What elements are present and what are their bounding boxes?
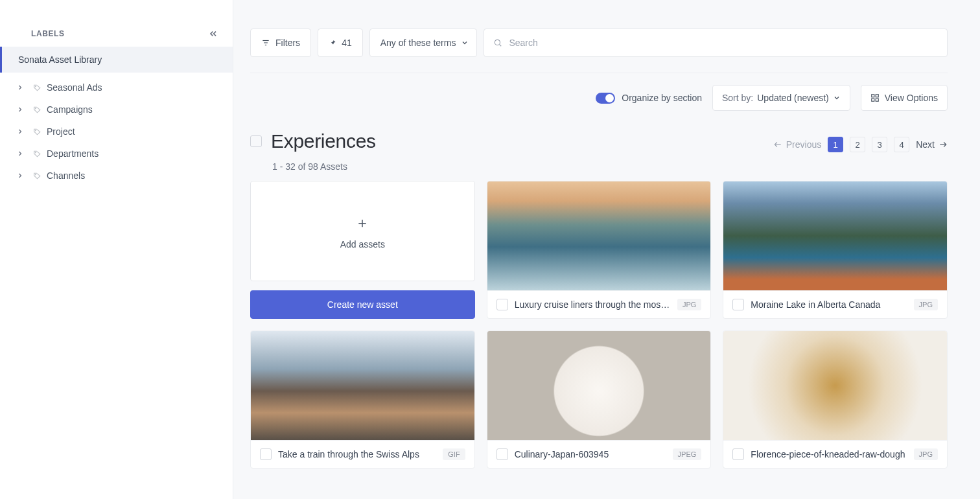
asset-card[interactable]: Take a train through the Swiss Alps GIF [250, 331, 475, 469]
page-number[interactable]: 2 [850, 137, 865, 152]
label-tree: Seasonal Ads Campaigns Project Departmen… [0, 73, 233, 191]
asset-thumbnail [487, 181, 711, 290]
pin-icon [329, 39, 336, 47]
tree-item-label: Channels [47, 170, 85, 181]
organize-label: Organize by section [622, 93, 702, 103]
organize-by-section-toggle[interactable] [596, 93, 615, 104]
sliders-icon [261, 38, 270, 47]
tree-item[interactable]: Project [0, 121, 233, 143]
svg-point-0 [35, 86, 36, 86]
asset-card[interactable]: Luxury cruise liners through the most s…… [487, 181, 712, 319]
asset-title: Take a train through the Swiss Alps [278, 449, 436, 459]
pinned-count-button[interactable]: 41 [318, 29, 363, 57]
svg-rect-12 [872, 99, 874, 101]
view-options-button[interactable]: View Options [861, 85, 948, 111]
tag-icon [33, 172, 41, 180]
svg-rect-13 [876, 99, 878, 101]
sort-dropdown[interactable]: Sort by: Updated (newest) [712, 85, 850, 111]
tag-icon [33, 150, 41, 158]
asset-card[interactable]: Florence-piece-of-kneaded-raw-dough JPG [723, 331, 948, 469]
asset-type-badge: JPEG [673, 448, 702, 460]
section-title: Experiences [271, 130, 376, 152]
tree-item-label: Campaigns [47, 104, 93, 115]
add-assets-dropzone[interactable]: ＋ Add assets [250, 181, 475, 281]
plus-icon: ＋ [355, 213, 369, 233]
chevron-down-icon [833, 94, 841, 102]
svg-point-1 [35, 108, 36, 108]
svg-line-9 [500, 45, 502, 47]
chevron-right-icon [16, 128, 24, 135]
filters-label: Filters [275, 38, 300, 48]
main-content: Filters 41 Any of these terms Organize b… [233, 0, 980, 499]
asset-type-badge: GIF [443, 448, 465, 460]
section-subtitle: 1 - 32 of 98 Assets [250, 155, 948, 181]
asset-card[interactable]: Culinary-Japan-603945 JPEG [487, 331, 712, 469]
next-page-button[interactable]: Next [916, 139, 948, 150]
asset-thumbnail [723, 181, 947, 290]
pinned-count: 41 [342, 38, 352, 48]
collapse-sidebar-icon[interactable] [208, 29, 218, 39]
asset-thumbnail [487, 331, 711, 440]
add-asset-tile: ＋ Add assets Create new asset [250, 181, 475, 319]
top-toolbar: Filters 41 Any of these terms [250, 0, 948, 65]
asset-select-checkbox[interactable] [732, 448, 744, 460]
svg-point-4 [35, 174, 36, 174]
asset-thumbnail [723, 331, 947, 440]
asset-title: Luxury cruise liners through the most s… [515, 299, 671, 310]
svg-point-2 [35, 130, 36, 130]
chevron-right-icon [16, 106, 24, 113]
page-number[interactable]: 3 [872, 137, 887, 152]
filters-button[interactable]: Filters [250, 29, 311, 57]
library-root-item[interactable]: Sonata Asset Library [0, 47, 233, 73]
asset-select-checkbox[interactable] [260, 448, 272, 460]
svg-rect-10 [872, 95, 874, 97]
asset-type-badge: JPG [677, 299, 701, 310]
tree-item[interactable]: Seasonal Ads [0, 76, 233, 99]
terms-dropdown[interactable]: Any of these terms [369, 29, 478, 57]
asset-select-checkbox[interactable] [496, 448, 508, 460]
grid-icon [870, 93, 880, 102]
chevron-right-icon [16, 150, 24, 157]
svg-point-8 [495, 40, 500, 45]
chevron-right-icon [16, 84, 24, 91]
asset-title: Moraine Lake in Alberta Canada [751, 299, 907, 310]
tree-item[interactable]: Departments [0, 143, 233, 165]
arrow-left-icon [773, 140, 782, 149]
chevron-right-icon [16, 172, 24, 180]
tree-item-label: Departments [47, 148, 99, 159]
list-controls: Organize by section Sort by: Updated (ne… [250, 73, 948, 117]
add-assets-label: Add assets [340, 239, 385, 250]
arrow-right-icon [939, 140, 948, 149]
terms-label: Any of these terms [380, 38, 456, 48]
tree-item-label: Seasonal Ads [47, 82, 102, 93]
labels-header: LABELS [31, 29, 65, 38]
search-icon [493, 38, 502, 47]
asset-title: Florence-piece-of-kneaded-raw-dough [751, 449, 907, 459]
tag-icon [33, 128, 41, 136]
tag-icon [33, 106, 41, 114]
section-select-checkbox[interactable] [250, 135, 262, 147]
svg-point-3 [35, 152, 36, 152]
chevron-down-icon [461, 39, 469, 47]
svg-rect-11 [876, 95, 878, 97]
asset-title: Culinary-Japan-603945 [515, 449, 666, 459]
search-input[interactable] [509, 38, 938, 48]
tree-item[interactable]: Channels [0, 165, 233, 187]
asset-type-badge: JPG [914, 299, 938, 310]
previous-page-button[interactable]: Previous [773, 139, 821, 150]
sort-prefix: Sort by: [722, 93, 753, 103]
sort-value: Updated (newest) [757, 93, 829, 103]
tree-item[interactable]: Campaigns [0, 99, 233, 121]
asset-grid: ＋ Add assets Create new asset Luxury cru… [250, 181, 948, 469]
view-options-label: View Options [885, 93, 938, 103]
asset-thumbnail [251, 331, 474, 440]
create-new-asset-button[interactable]: Create new asset [250, 290, 475, 319]
asset-select-checkbox[interactable] [732, 299, 744, 310]
page-number[interactable]: 1 [828, 137, 843, 152]
asset-select-checkbox[interactable] [496, 299, 508, 310]
page-number[interactable]: 4 [894, 137, 909, 152]
asset-type-badge: JPG [914, 448, 938, 460]
tag-icon [33, 84, 41, 92]
search-field-wrap[interactable] [484, 29, 948, 57]
asset-card[interactable]: Moraine Lake in Alberta Canada JPG [723, 181, 948, 319]
